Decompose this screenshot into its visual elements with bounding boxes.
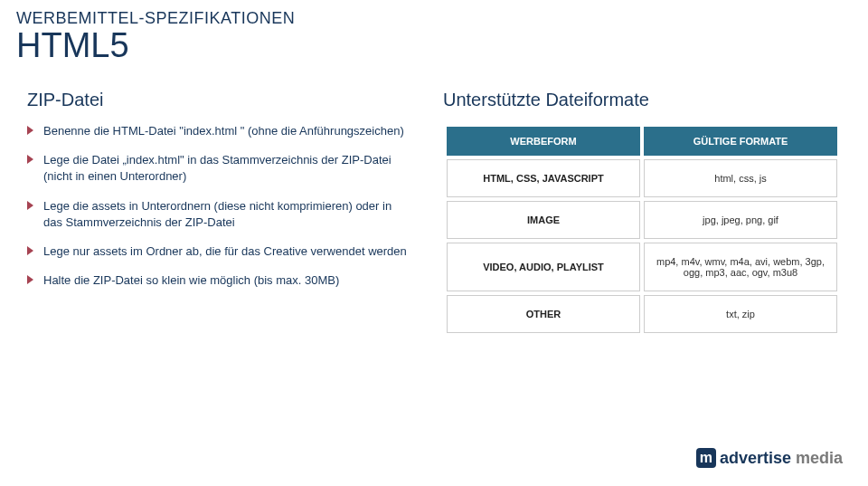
list-item: Lege die Datei „index.html" in das Stamm…	[27, 152, 407, 185]
cell-formats: mp4, m4v, wmv, m4a, avi, webm, 3gp, ogg,…	[644, 243, 837, 291]
table-header-formats: GÜLTIGE FORMATE	[644, 127, 837, 156]
table-header-form: WERBEFORM	[447, 127, 640, 156]
table-row: IMAGE jpg, jpeg, png, gif	[447, 201, 837, 239]
zip-section-title: ZIP-Datei	[27, 90, 407, 110]
cell-form: HTML, CSS, JAVASCRIPT	[447, 159, 640, 197]
list-item: Lege nur assets im Ordner ab, die für da…	[27, 243, 407, 260]
left-column: ZIP-Datei Benenne die HTML-Datei "index.…	[27, 90, 407, 337]
formats-section-title: Unterstützte Dateiformate	[443, 90, 841, 110]
table-row: VIDEO, AUDIO, PLAYLIST mp4, m4v, wmv, m4…	[447, 243, 837, 291]
cell-form: VIDEO, AUDIO, PLAYLIST	[447, 243, 640, 291]
table-row: HTML, CSS, JAVASCRIPT html, css, js	[447, 159, 837, 197]
list-item: Lege die assets in Unterordnern (diese n…	[27, 198, 407, 231]
header-subtitle: WERBEMITTEL-SPEZIFIKATIONEN	[16, 9, 868, 28]
formats-table: WERBEFORM GÜLTIGE FORMATE HTML, CSS, JAV…	[443, 123, 841, 337]
logo-suffix: media	[791, 449, 843, 467]
content-area: ZIP-Datei Benenne die HTML-Datei "index.…	[0, 62, 868, 337]
logo-box-icon: m	[696, 448, 716, 468]
table-row: OTHER txt, zip	[447, 295, 837, 333]
page-header: WERBEMITTEL-SPEZIFIKATIONEN HTML5	[0, 0, 868, 62]
cell-formats: txt, zip	[644, 295, 837, 333]
cell-form: IMAGE	[447, 201, 640, 239]
cell-form: OTHER	[447, 295, 640, 333]
list-item: Benenne die HTML-Datei "index.html " (oh…	[27, 123, 407, 139]
right-column: Unterstützte Dateiformate WERBEFORM GÜLT…	[443, 90, 841, 337]
header-title: HTML5	[16, 28, 868, 62]
list-item: Halte die ZIP-Datei so klein wie möglich…	[27, 272, 407, 289]
bullet-list: Benenne die HTML-Datei "index.html " (oh…	[27, 123, 407, 289]
cell-formats: html, css, js	[644, 159, 837, 197]
logo-brand: advertise	[720, 449, 791, 467]
logo-text: advertise media	[720, 449, 843, 468]
cell-formats: jpg, jpeg, png, gif	[644, 201, 837, 239]
footer-logo: m advertise media	[696, 448, 843, 468]
